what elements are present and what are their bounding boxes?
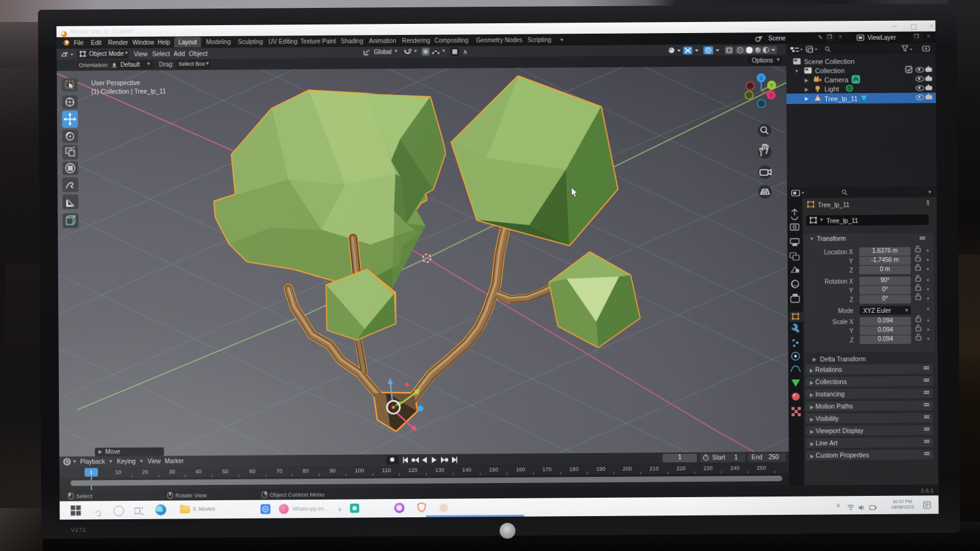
svg-text:130: 130 <box>435 467 444 473</box>
svg-text:90: 90 <box>330 468 336 474</box>
svg-text:180: 180 <box>569 466 578 472</box>
svg-text:X: X <box>769 92 773 98</box>
svg-text:80: 80 <box>303 468 309 474</box>
svg-text:20: 20 <box>142 469 148 475</box>
svg-text:100: 100 <box>355 467 364 473</box>
svg-text:150: 150 <box>489 467 498 473</box>
svg-text:230: 230 <box>703 465 712 471</box>
svg-text:50: 50 <box>222 468 228 474</box>
svg-text:Y: Y <box>770 83 774 88</box>
svg-text:Z: Z <box>760 75 763 81</box>
svg-text:220: 220 <box>676 465 685 471</box>
svg-text:190: 190 <box>596 466 605 472</box>
svg-text:120: 120 <box>408 467 417 473</box>
svg-text:200: 200 <box>622 466 631 472</box>
svg-text:30: 30 <box>169 469 175 475</box>
svg-text:40: 40 <box>195 468 202 474</box>
svg-text:60: 60 <box>249 468 255 474</box>
svg-text:1: 1 <box>89 469 92 476</box>
svg-text:210: 210 <box>649 465 658 471</box>
svg-text:10: 10 <box>115 469 121 475</box>
svg-text:160: 160 <box>516 467 525 473</box>
svg-text:170: 170 <box>542 466 551 472</box>
svg-text:240: 240 <box>730 465 739 471</box>
svg-text:70: 70 <box>276 468 282 474</box>
svg-text:250: 250 <box>756 465 766 471</box>
svg-text:140: 140 <box>462 467 471 473</box>
svg-text:110: 110 <box>382 467 391 473</box>
